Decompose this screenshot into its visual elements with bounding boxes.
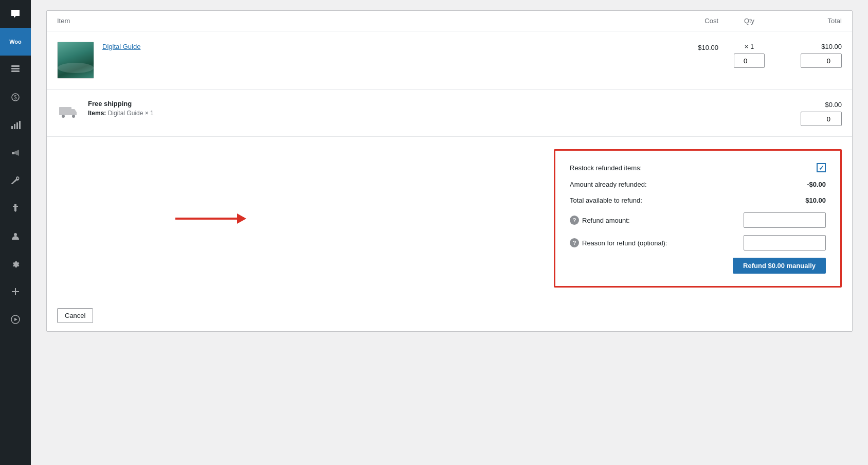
svg-rect-1	[11, 68, 20, 69]
col-cost-header: Cost	[657, 17, 718, 25]
reason-help-icon[interactable]: ?	[570, 238, 579, 247]
sidebar-item-play[interactable]	[0, 306, 31, 333]
sidebar-item-plugins[interactable]	[0, 194, 31, 222]
svg-rect-6	[14, 124, 15, 129]
restock-label: Restock refunded items:	[570, 164, 642, 172]
shipping-cost-col: $0.00	[780, 100, 842, 126]
cancel-button[interactable]: Cancel	[57, 308, 93, 323]
sidebar-item-coupons[interactable]: $	[0, 83, 31, 111]
refund-amount-help-icon[interactable]: ?	[570, 216, 579, 225]
arrow-head	[237, 213, 246, 224]
sidebar-item-marketing[interactable]	[0, 139, 31, 167]
sidebar-item-add[interactable]	[0, 278, 31, 306]
total-available-row: Total available to refund: $10.00	[570, 196, 826, 204]
svg-rect-8	[19, 121, 21, 129]
product-info: Digital Guide	[102, 42, 657, 51]
total-available-label: Total available to refund:	[570, 196, 642, 204]
svg-marker-13	[14, 318, 17, 321]
arrow-annotation	[175, 213, 246, 224]
col-item-header: Item	[57, 17, 657, 25]
shipping-refund-input[interactable]	[801, 112, 842, 126]
table-header: Item Cost Qty Total	[47, 11, 852, 31]
main-content: Item Cost Qty Total Digital Guide $10.00…	[31, 0, 868, 465]
svg-rect-14	[59, 107, 71, 115]
svg-rect-0	[11, 65, 20, 67]
sidebar-item-woo[interactable]: Woo	[0, 28, 31, 56]
svg-rect-5	[11, 126, 13, 129]
refund-amount-label-group: ? Refund amount:	[570, 216, 630, 225]
col-total-header: Total	[780, 17, 842, 25]
shipping-items: Items: Digital Guide × 1	[88, 110, 780, 117]
product-name-link[interactable]: Digital Guide	[102, 43, 140, 50]
refund-summary-box: Restock refunded items: Amount already r…	[554, 149, 842, 288]
restock-row: Restock refunded items:	[570, 163, 826, 172]
refund-amount-input[interactable]	[744, 212, 826, 228]
restock-checkbox[interactable]	[817, 163, 826, 172]
refund-manually-button[interactable]: Refund $0.00 manually	[733, 258, 826, 274]
col-qty-header: Qty	[718, 17, 780, 25]
product-qty: × 1	[718, 42, 780, 68]
bottom-row: Restock refunded items: Amount already r…	[47, 137, 852, 300]
svg-point-15	[62, 115, 65, 118]
amount-refunded-label: Amount already refunded:	[570, 181, 647, 188]
svg-rect-7	[16, 122, 18, 129]
refund-amount-row: ? Refund amount:	[570, 212, 826, 228]
qty-multiplier: × 1	[745, 43, 754, 50]
reason-label: Reason for refund (optional):	[582, 239, 667, 247]
product-cost: $10.00	[657, 42, 718, 51]
svg-point-16	[72, 115, 75, 118]
shipping-truck-icon	[57, 100, 80, 122]
total-available-value: $10.00	[805, 196, 826, 204]
sidebar-item-settings[interactable]	[0, 250, 31, 278]
sidebar-item-tools[interactable]	[0, 167, 31, 194]
qty-display: × 1	[745, 43, 754, 50]
action-row: Cancel	[47, 300, 852, 331]
reason-label-group: ? Reason for refund (optional):	[570, 238, 667, 247]
product-total-input[interactable]	[801, 53, 842, 68]
sidebar-item-orders[interactable]	[0, 56, 31, 83]
product-thumbnail	[57, 42, 94, 79]
product-total-amount: $10.00	[821, 43, 842, 50]
qty-refund-input[interactable]	[734, 53, 765, 68]
product-row: Digital Guide $10.00 × 1 $10.00	[47, 31, 852, 90]
amount-refunded-row: Amount already refunded: -$0.00	[570, 181, 826, 188]
amount-refunded-value: -$0.00	[807, 181, 826, 188]
shipping-name: Free shipping	[88, 100, 780, 108]
woo-badge: Woo	[6, 32, 25, 51]
arrow-line	[175, 218, 237, 220]
svg-rect-9	[12, 152, 14, 154]
sidebar-item-analytics[interactable]	[0, 111, 31, 139]
shipping-row: Free shipping Items: Digital Guide × 1 $…	[47, 90, 852, 137]
reason-row: ? Reason for refund (optional):	[570, 235, 826, 251]
reason-input[interactable]	[744, 235, 826, 251]
sidebar-item-comment[interactable]	[0, 0, 31, 28]
sidebar-item-users[interactable]	[0, 222, 31, 250]
svg-rect-2	[11, 70, 20, 72]
shipping-cost-value: $0.00	[780, 101, 842, 109]
product-total: $10.00	[780, 42, 842, 68]
shipping-items-label: Items:	[88, 110, 106, 117]
order-panel: Item Cost Qty Total Digital Guide $10.00…	[46, 10, 853, 332]
refund-amount-label: Refund amount:	[582, 217, 630, 224]
shipping-items-value: Digital Guide × 1	[108, 110, 154, 117]
svg-point-10	[14, 233, 17, 236]
shipping-info: Free shipping Items: Digital Guide × 1	[88, 100, 780, 117]
svg-text:$: $	[14, 95, 17, 100]
sidebar: Woo $	[0, 0, 31, 465]
